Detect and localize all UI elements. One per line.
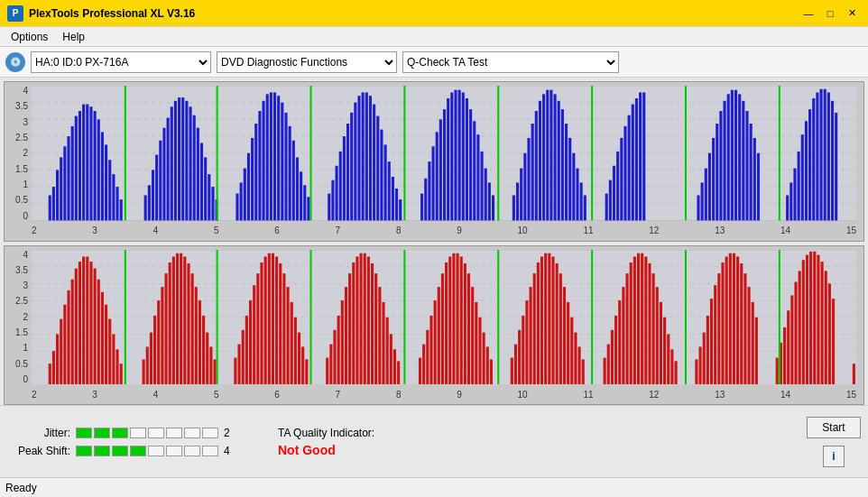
svg-rect-207 (120, 364, 123, 384)
svg-rect-60 (277, 96, 280, 220)
bottom-panel: Jitter: 2 Peak Shift: (0, 405, 868, 477)
peakshift-label: Peak Shift: (7, 445, 70, 457)
menu-options[interactable]: Options (4, 29, 55, 45)
close-button[interactable]: ✕ (843, 5, 861, 22)
svg-rect-196 (78, 262, 81, 384)
top-chart-inner (32, 86, 856, 221)
svg-rect-310 (611, 329, 614, 384)
svg-rect-40 (185, 101, 188, 221)
info-button[interactable]: i (823, 446, 845, 467)
svg-rect-315 (630, 262, 633, 384)
svg-rect-74 (346, 124, 349, 220)
svg-rect-292 (525, 300, 528, 384)
peakshift-row: Peak Shift: 4 (7, 445, 242, 457)
svg-rect-278 (457, 253, 459, 384)
svg-rect-208 (143, 359, 145, 384)
svg-rect-35 (167, 118, 170, 221)
svg-rect-229 (238, 344, 241, 384)
svg-rect-260 (371, 262, 374, 384)
svg-rect-303 (567, 301, 569, 384)
jitter-seg-4 (130, 428, 146, 438)
svg-rect-197 (82, 256, 85, 384)
x-label: 12 (649, 390, 659, 400)
svg-rect-125 (572, 153, 575, 221)
svg-rect-101 (466, 98, 468, 220)
svg-rect-115 (535, 111, 538, 220)
x-label: 10 (518, 225, 528, 235)
svg-rect-270 (426, 329, 429, 384)
svg-rect-215 (169, 262, 171, 384)
svg-rect-277 (452, 253, 455, 384)
svg-rect-237 (268, 253, 271, 384)
x-label: 13 (715, 225, 725, 235)
svg-rect-61 (281, 103, 283, 221)
svg-rect-201 (97, 279, 100, 384)
svg-rect-81 (373, 105, 375, 221)
svg-rect-268 (419, 357, 421, 384)
svg-rect-20 (89, 106, 92, 220)
svg-rect-256 (356, 256, 358, 384)
maximize-button[interactable]: □ (821, 5, 839, 22)
app-icon: P (7, 5, 23, 22)
y-label-2: 2 (6, 148, 28, 158)
svg-rect-144 (712, 138, 715, 221)
menu-help[interactable]: Help (55, 29, 92, 45)
svg-rect-114 (531, 124, 534, 220)
svg-rect-294 (533, 273, 536, 384)
svg-rect-105 (481, 152, 484, 221)
status-bar: Ready (0, 477, 868, 497)
svg-rect-267 (397, 361, 400, 384)
x-label: 4 (153, 390, 159, 400)
svg-rect-99 (458, 90, 461, 221)
app-title: PlexTools Professional XL V3.16 (29, 7, 799, 20)
x-label: 8 (396, 225, 402, 235)
svg-rect-309 (607, 344, 610, 384)
svg-rect-73 (343, 136, 346, 220)
svg-rect-161 (801, 134, 804, 220)
y-label-35: 3.5 (6, 101, 28, 111)
x-label: 7 (336, 390, 341, 400)
svg-rect-206 (115, 349, 118, 384)
svg-rect-45 (204, 157, 207, 220)
svg-rect-21 (94, 111, 97, 220)
svg-rect-236 (264, 256, 267, 384)
svg-rect-352 (802, 260, 805, 384)
minimize-button[interactable]: — (799, 5, 817, 22)
svg-rect-213 (161, 287, 163, 384)
menu-bar: Options Help (0, 27, 868, 47)
function-selector[interactable]: DVD Diagnostic Functions (217, 51, 397, 73)
svg-rect-84 (384, 144, 387, 220)
svg-rect-22 (97, 119, 100, 220)
svg-rect-340 (740, 262, 743, 384)
jitter-progress-bar (76, 428, 218, 438)
svg-rect-302 (563, 287, 566, 384)
svg-rect-313 (622, 287, 624, 384)
x-label: 10 (518, 390, 528, 400)
start-button[interactable]: Start (807, 417, 861, 438)
svg-rect-119 (549, 90, 552, 221)
svg-rect-120 (554, 94, 557, 220)
svg-rect-210 (150, 332, 152, 384)
test-selector[interactable]: Q-Check TA Test (402, 51, 619, 73)
svg-rect-64 (292, 141, 295, 221)
svg-rect-328 (695, 359, 697, 384)
svg-rect-56 (263, 101, 265, 221)
svg-rect-248 (326, 357, 328, 384)
svg-rect-110 (516, 182, 519, 220)
svg-rect-199 (89, 262, 92, 384)
svg-rect-323 (660, 301, 662, 384)
bottom-chart: 0 0.5 1 1.5 2 2.5 3 3.5 4 (4, 245, 864, 406)
svg-rect-142 (705, 169, 707, 221)
svg-rect-43 (197, 128, 199, 221)
svg-rect-204 (108, 318, 111, 384)
svg-rect-62 (284, 113, 287, 221)
svg-rect-46 (208, 174, 210, 220)
svg-rect-330 (703, 332, 706, 384)
bottom-chart-y-axis: 0 0.5 1 1.5 2 2.5 3 3.5 4 (5, 250, 30, 385)
svg-rect-129 (605, 194, 608, 221)
svg-rect-85 (388, 161, 391, 220)
drive-selector[interactable]: HA:0 ID:0 PX-716A (31, 51, 211, 73)
svg-rect-78 (362, 92, 365, 220)
y-label-2: 2 (6, 312, 28, 322)
svg-rect-355 (813, 251, 816, 384)
